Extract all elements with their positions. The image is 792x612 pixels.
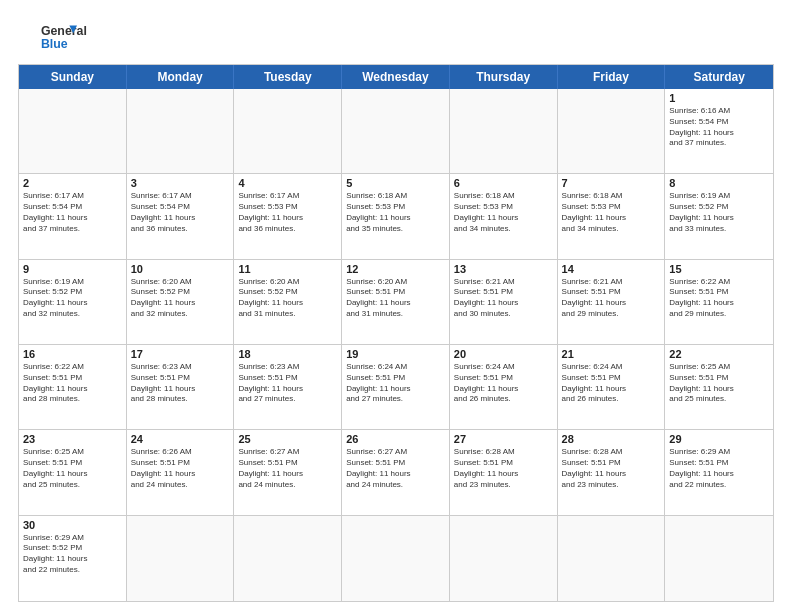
- cell-day-number: 15: [669, 263, 769, 275]
- day-header-tuesday: Tuesday: [234, 65, 342, 89]
- cell-day-number: 2: [23, 177, 122, 189]
- calendar-cell: 10Sunrise: 6:20 AM Sunset: 5:52 PM Dayli…: [127, 260, 235, 345]
- cell-info: Sunrise: 6:23 AM Sunset: 5:51 PM Dayligh…: [238, 362, 337, 405]
- cell-day-number: 7: [562, 177, 661, 189]
- calendar-cell: 6Sunrise: 6:18 AM Sunset: 5:53 PM Daylig…: [450, 174, 558, 259]
- day-header-friday: Friday: [558, 65, 666, 89]
- calendar-cell: 11Sunrise: 6:20 AM Sunset: 5:52 PM Dayli…: [234, 260, 342, 345]
- calendar-cell: 30Sunrise: 6:29 AM Sunset: 5:52 PM Dayli…: [19, 516, 127, 601]
- cell-day-number: 13: [454, 263, 553, 275]
- cell-day-number: 18: [238, 348, 337, 360]
- calendar-cell: [234, 516, 342, 601]
- cell-info: Sunrise: 6:17 AM Sunset: 5:54 PM Dayligh…: [23, 191, 122, 234]
- svg-text:Blue: Blue: [41, 37, 68, 51]
- calendar-cell: [342, 516, 450, 601]
- calendar-cell: [665, 516, 773, 601]
- cell-info: Sunrise: 6:17 AM Sunset: 5:54 PM Dayligh…: [131, 191, 230, 234]
- page: General Blue SundayMondayTuesdayWednesda…: [0, 0, 792, 612]
- cell-info: Sunrise: 6:18 AM Sunset: 5:53 PM Dayligh…: [562, 191, 661, 234]
- calendar-cell: [342, 89, 450, 174]
- calendar: SundayMondayTuesdayWednesdayThursdayFrid…: [18, 64, 774, 602]
- calendar-cell: 14Sunrise: 6:21 AM Sunset: 5:51 PM Dayli…: [558, 260, 666, 345]
- cell-info: Sunrise: 6:24 AM Sunset: 5:51 PM Dayligh…: [454, 362, 553, 405]
- cell-info: Sunrise: 6:27 AM Sunset: 5:51 PM Dayligh…: [346, 447, 445, 490]
- cell-day-number: 22: [669, 348, 769, 360]
- calendar-cell: 23Sunrise: 6:25 AM Sunset: 5:51 PM Dayli…: [19, 430, 127, 515]
- cell-day-number: 27: [454, 433, 553, 445]
- generalblue-logo-icon: General Blue: [18, 18, 98, 56]
- calendar-grid: 1Sunrise: 6:16 AM Sunset: 5:54 PM Daylig…: [19, 89, 773, 601]
- day-headers: SundayMondayTuesdayWednesdayThursdayFrid…: [19, 65, 773, 89]
- calendar-cell: 26Sunrise: 6:27 AM Sunset: 5:51 PM Dayli…: [342, 430, 450, 515]
- calendar-cell: 27Sunrise: 6:28 AM Sunset: 5:51 PM Dayli…: [450, 430, 558, 515]
- calendar-cell: [558, 516, 666, 601]
- cell-day-number: 10: [131, 263, 230, 275]
- calendar-cell: 19Sunrise: 6:24 AM Sunset: 5:51 PM Dayli…: [342, 345, 450, 430]
- cell-info: Sunrise: 6:18 AM Sunset: 5:53 PM Dayligh…: [454, 191, 553, 234]
- cell-day-number: 21: [562, 348, 661, 360]
- calendar-cell: 21Sunrise: 6:24 AM Sunset: 5:51 PM Dayli…: [558, 345, 666, 430]
- cell-day-number: 19: [346, 348, 445, 360]
- calendar-cell: 9Sunrise: 6:19 AM Sunset: 5:52 PM Daylig…: [19, 260, 127, 345]
- cell-info: Sunrise: 6:20 AM Sunset: 5:52 PM Dayligh…: [131, 277, 230, 320]
- calendar-cell: 20Sunrise: 6:24 AM Sunset: 5:51 PM Dayli…: [450, 345, 558, 430]
- cell-info: Sunrise: 6:28 AM Sunset: 5:51 PM Dayligh…: [562, 447, 661, 490]
- cell-info: Sunrise: 6:25 AM Sunset: 5:51 PM Dayligh…: [669, 362, 769, 405]
- cell-info: Sunrise: 6:18 AM Sunset: 5:53 PM Dayligh…: [346, 191, 445, 234]
- cell-info: Sunrise: 6:29 AM Sunset: 5:51 PM Dayligh…: [669, 447, 769, 490]
- cell-info: Sunrise: 6:26 AM Sunset: 5:51 PM Dayligh…: [131, 447, 230, 490]
- cell-day-number: 11: [238, 263, 337, 275]
- calendar-cell: 29Sunrise: 6:29 AM Sunset: 5:51 PM Dayli…: [665, 430, 773, 515]
- cell-info: Sunrise: 6:19 AM Sunset: 5:52 PM Dayligh…: [669, 191, 769, 234]
- cell-day-number: 12: [346, 263, 445, 275]
- calendar-cell: [450, 89, 558, 174]
- cell-day-number: 9: [23, 263, 122, 275]
- calendar-cell: 15Sunrise: 6:22 AM Sunset: 5:51 PM Dayli…: [665, 260, 773, 345]
- calendar-cell: 8Sunrise: 6:19 AM Sunset: 5:52 PM Daylig…: [665, 174, 773, 259]
- day-header-thursday: Thursday: [450, 65, 558, 89]
- calendar-cell: 4Sunrise: 6:17 AM Sunset: 5:53 PM Daylig…: [234, 174, 342, 259]
- logo: General Blue: [18, 18, 98, 56]
- cell-info: Sunrise: 6:28 AM Sunset: 5:51 PM Dayligh…: [454, 447, 553, 490]
- calendar-cell: 17Sunrise: 6:23 AM Sunset: 5:51 PM Dayli…: [127, 345, 235, 430]
- cell-info: Sunrise: 6:20 AM Sunset: 5:52 PM Dayligh…: [238, 277, 337, 320]
- cell-info: Sunrise: 6:17 AM Sunset: 5:53 PM Dayligh…: [238, 191, 337, 234]
- cell-day-number: 28: [562, 433, 661, 445]
- calendar-cell: 22Sunrise: 6:25 AM Sunset: 5:51 PM Dayli…: [665, 345, 773, 430]
- calendar-cell: 24Sunrise: 6:26 AM Sunset: 5:51 PM Dayli…: [127, 430, 235, 515]
- cell-day-number: 25: [238, 433, 337, 445]
- cell-info: Sunrise: 6:22 AM Sunset: 5:51 PM Dayligh…: [669, 277, 769, 320]
- svg-text:General: General: [41, 24, 87, 38]
- cell-day-number: 1: [669, 92, 769, 104]
- calendar-cell: 1Sunrise: 6:16 AM Sunset: 5:54 PM Daylig…: [665, 89, 773, 174]
- cell-info: Sunrise: 6:19 AM Sunset: 5:52 PM Dayligh…: [23, 277, 122, 320]
- cell-day-number: 24: [131, 433, 230, 445]
- cell-day-number: 6: [454, 177, 553, 189]
- cell-info: Sunrise: 6:16 AM Sunset: 5:54 PM Dayligh…: [669, 106, 769, 149]
- day-header-saturday: Saturday: [665, 65, 773, 89]
- cell-day-number: 17: [131, 348, 230, 360]
- cell-day-number: 23: [23, 433, 122, 445]
- cell-day-number: 5: [346, 177, 445, 189]
- calendar-cell: [234, 89, 342, 174]
- calendar-cell: 12Sunrise: 6:20 AM Sunset: 5:51 PM Dayli…: [342, 260, 450, 345]
- cell-info: Sunrise: 6:21 AM Sunset: 5:51 PM Dayligh…: [454, 277, 553, 320]
- cell-info: Sunrise: 6:24 AM Sunset: 5:51 PM Dayligh…: [562, 362, 661, 405]
- cell-info: Sunrise: 6:23 AM Sunset: 5:51 PM Dayligh…: [131, 362, 230, 405]
- cell-day-number: 16: [23, 348, 122, 360]
- cell-day-number: 20: [454, 348, 553, 360]
- calendar-cell: 28Sunrise: 6:28 AM Sunset: 5:51 PM Dayli…: [558, 430, 666, 515]
- cell-day-number: 26: [346, 433, 445, 445]
- calendar-cell: 25Sunrise: 6:27 AM Sunset: 5:51 PM Dayli…: [234, 430, 342, 515]
- calendar-cell: [19, 89, 127, 174]
- cell-info: Sunrise: 6:25 AM Sunset: 5:51 PM Dayligh…: [23, 447, 122, 490]
- calendar-cell: 7Sunrise: 6:18 AM Sunset: 5:53 PM Daylig…: [558, 174, 666, 259]
- cell-info: Sunrise: 6:20 AM Sunset: 5:51 PM Dayligh…: [346, 277, 445, 320]
- calendar-cell: [127, 89, 235, 174]
- cell-day-number: 14: [562, 263, 661, 275]
- calendar-cell: 2Sunrise: 6:17 AM Sunset: 5:54 PM Daylig…: [19, 174, 127, 259]
- calendar-cell: 5Sunrise: 6:18 AM Sunset: 5:53 PM Daylig…: [342, 174, 450, 259]
- cell-day-number: 4: [238, 177, 337, 189]
- cell-info: Sunrise: 6:21 AM Sunset: 5:51 PM Dayligh…: [562, 277, 661, 320]
- calendar-cell: [127, 516, 235, 601]
